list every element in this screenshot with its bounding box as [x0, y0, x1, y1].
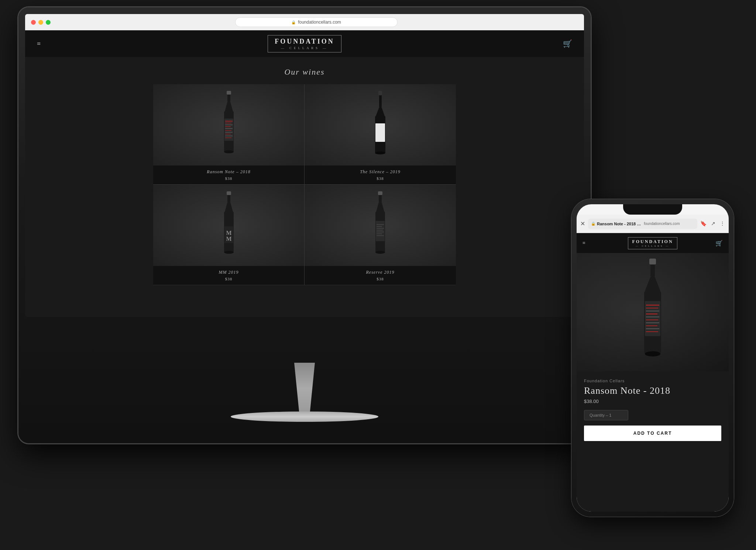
svg-rect-41	[378, 191, 382, 195]
lock-icon: 🔒	[291, 20, 296, 24]
phone-logo-sub: — CELLARS —	[632, 245, 673, 247]
phone-address-url: foundationcellars.com	[644, 222, 680, 226]
address-bar[interactable]: 🔒 foundationcellars.com	[235, 17, 398, 27]
phone-outer: ✕ 🔒 Ransom Note - 2018 … foundationcella…	[571, 199, 734, 517]
phone-product-title: Ransom Note - 2018	[584, 385, 721, 396]
phone-bookmark-icon[interactable]: 🔖	[700, 221, 707, 227]
wine-name-reserve: Reserve 2019	[308, 270, 452, 275]
svg-point-29	[224, 251, 234, 254]
svg-marker-31	[376, 202, 384, 212]
svg-text:M: M	[226, 236, 231, 242]
browser-window-controls	[31, 20, 51, 25]
svg-rect-20	[378, 91, 382, 95]
svg-point-15	[224, 150, 234, 153]
svg-rect-33	[376, 221, 385, 241]
svg-marker-23	[225, 202, 233, 212]
wine-item-silence[interactable]: The Silence – 2019 $38	[305, 84, 456, 185]
svg-point-42	[375, 251, 385, 254]
bottle-mm-svg: M M	[220, 191, 237, 260]
phone-product-info: Foundation Cellars Ransom Note - 2018 $3…	[577, 371, 729, 447]
wine-item-ransom-note[interactable]: Ransom Note – 2018 $38	[153, 84, 305, 185]
phone-cart-icon[interactable]: 🛒	[715, 240, 723, 247]
bottle-ransom-note-svg	[220, 91, 237, 159]
cart-icon[interactable]: 🛒	[563, 39, 572, 48]
phone-hamburger-icon[interactable]: ≡	[583, 240, 585, 246]
wine-name-silence: The Silence – 2019	[308, 169, 452, 175]
logo-text-sub: — CELLARS —	[275, 46, 334, 50]
wine-image-mm: M M	[153, 185, 304, 266]
svg-marker-17	[376, 107, 385, 116]
site-logo[interactable]: FOUNDATION — CELLARS —	[268, 35, 341, 52]
phone-brand-label: Foundation Cellars	[584, 379, 721, 383]
phone-address-bar[interactable]: 🔒 Ransom Note - 2018 … foundationcellars…	[588, 219, 697, 229]
svg-marker-44	[645, 277, 660, 291]
phone-notch	[623, 204, 682, 215]
phone-product-price: $38.00	[584, 399, 721, 404]
wine-price-silence: $38	[308, 176, 452, 181]
phone-browser-chrome: ✕ 🔒 Ransom Note - 2018 … foundationcella…	[577, 215, 729, 233]
svg-point-58	[645, 351, 660, 356]
svg-rect-3	[224, 119, 233, 141]
svg-text:M: M	[226, 230, 231, 236]
wine-item-reserve[interactable]: Reserve 2019 $38	[305, 185, 456, 285]
wine-image-silence	[305, 84, 456, 165]
monitor-stand-base	[231, 411, 378, 422]
wine-info-ransom-note: Ransom Note – 2018 $38	[153, 165, 304, 184]
svg-rect-57	[649, 259, 656, 264]
phone-logo[interactable]: FOUNDATION — CELLARS —	[628, 237, 677, 249]
wine-grid: Ransom Note – 2018 $38	[153, 84, 456, 285]
browser-chrome: 🔒 foundationcellars.com	[25, 14, 584, 30]
monitor-outer: 🔒 foundationcellars.com ≡ FOUNDATION — C…	[18, 7, 591, 443]
camera-dot	[303, 10, 306, 14]
phone-add-to-cart-button[interactable]: ADD TO CART	[584, 426, 721, 441]
phone-lock-icon: 🔒	[591, 222, 595, 226]
wine-image-reserve	[305, 185, 456, 266]
phone-logo-main: FOUNDATION	[632, 239, 673, 245]
hamburger-icon[interactable]: ≡	[37, 40, 41, 48]
wine-name-ransom-note: Ransom Note – 2018	[157, 169, 300, 175]
wine-name-mm: MM 2019	[157, 270, 300, 275]
phone-address-title: Ransom Note - 2018 …	[597, 222, 641, 226]
logo-text-main: FOUNDATION	[275, 38, 334, 45]
svg-marker-1	[225, 102, 233, 111]
site-header: ≡ FOUNDATION — CELLARS — 🛒	[25, 30, 584, 57]
page-title: Our wines	[25, 57, 584, 84]
phone-quantity-row: Quantity – 1	[584, 410, 721, 420]
phone-more-icon[interactable]: ⋮	[720, 221, 725, 227]
phone-bottle-svg	[640, 259, 666, 366]
monitor-stand-neck	[279, 363, 330, 414]
maximize-button[interactable]	[46, 20, 51, 25]
svg-rect-46	[645, 301, 660, 336]
minimize-button[interactable]	[38, 20, 43, 25]
svg-rect-14	[227, 91, 231, 95]
phone-screen: ✕ 🔒 Ransom Note - 2018 … foundationcella…	[577, 204, 729, 512]
phone-browser-actions: 🔖 ↗ ⋮	[700, 221, 725, 227]
wine-price-mm: $38	[157, 277, 300, 281]
wine-price-reserve: $38	[308, 277, 452, 281]
svg-point-21	[375, 151, 385, 154]
url-text: foundationcellars.com	[298, 20, 341, 25]
svg-rect-28	[227, 191, 231, 195]
wine-info-reserve: Reserve 2019 $38	[305, 266, 456, 285]
close-button[interactable]	[31, 20, 36, 25]
wine-price-ransom-note: $38	[157, 176, 300, 181]
phone-website: ≡ FOUNDATION — CELLARS — 🛒	[577, 233, 729, 512]
phone-site-header: ≡ FOUNDATION — CELLARS — 🛒	[577, 233, 729, 253]
phone-browser-close[interactable]: ✕	[580, 220, 585, 227]
bottle-silence-svg	[372, 91, 389, 159]
phone-share-icon[interactable]: ↗	[711, 221, 715, 227]
wine-info-silence: The Silence – 2019 $38	[305, 165, 456, 184]
bottle-reserve-svg	[372, 191, 389, 260]
monitor-screen: 🔒 foundationcellars.com ≡ FOUNDATION — C…	[25, 14, 584, 317]
wine-item-mm[interactable]: M M MM 2019 $38	[153, 185, 305, 285]
svg-rect-19	[375, 123, 385, 142]
scene: 🔒 foundationcellars.com ≡ FOUNDATION — C…	[0, 0, 756, 550]
phone-quantity-input[interactable]: Quantity – 1	[584, 410, 628, 420]
phone-product-image	[577, 253, 729, 371]
wine-image-ransom-note	[153, 84, 304, 165]
desktop-website: ≡ FOUNDATION — CELLARS — 🛒 Our wines	[25, 30, 584, 317]
monitor: 🔒 foundationcellars.com ≡ FOUNDATION — C…	[18, 7, 591, 443]
phone: ✕ 🔒 Ransom Note - 2018 … foundationcella…	[571, 199, 734, 517]
wine-info-mm: MM 2019 $38	[153, 266, 304, 285]
